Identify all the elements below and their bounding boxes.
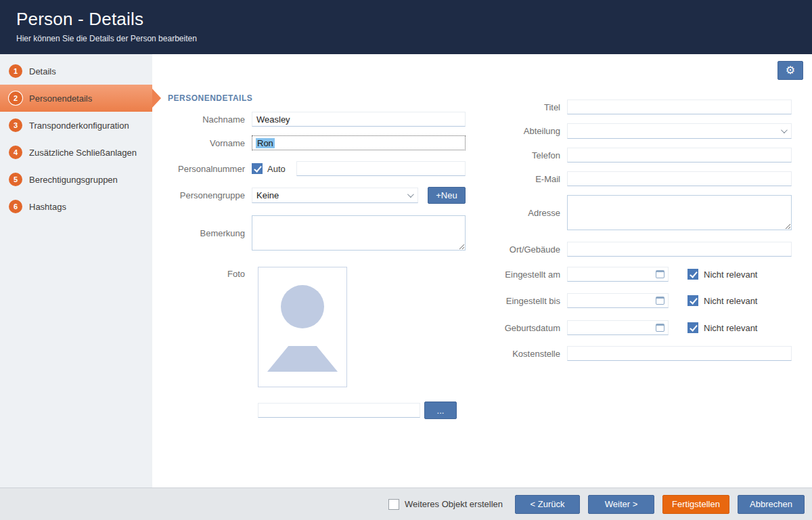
vorname-input[interactable]: Ron bbox=[252, 135, 466, 150]
email-label: E-Mail bbox=[469, 174, 560, 184]
ort-input[interactable] bbox=[567, 242, 792, 257]
step-number-badge: 5 bbox=[9, 173, 22, 186]
step-number-badge: 6 bbox=[9, 200, 22, 213]
zurueck-button[interactable]: < Zurück bbox=[515, 495, 580, 514]
sidebar-item-berechtigungsgruppen[interactable]: 5 Berechtigungsgruppen bbox=[0, 166, 152, 193]
vorname-row: Vorname Ron bbox=[152, 135, 466, 151]
kostenstelle-input[interactable] bbox=[567, 346, 792, 361]
fertigstellen-button[interactable]: Fertigstellen bbox=[662, 495, 729, 514]
titel-input[interactable] bbox=[567, 100, 792, 114]
personalnummer-row: Personalnummer Auto bbox=[152, 160, 466, 177]
app-window: Person - Details Hier können Sie die Det… bbox=[0, 0, 812, 520]
geburtsdatum-row: Geburtsdatum Nicht relevant bbox=[469, 320, 757, 336]
vorname-label: Vorname bbox=[152, 138, 245, 148]
eingestellt-bis-row: Eingestellt bis Nicht relevant bbox=[469, 292, 757, 309]
chevron-down-icon bbox=[781, 127, 788, 133]
email-input[interactable] bbox=[567, 171, 792, 186]
weiter-button[interactable]: Weiter > bbox=[588, 495, 654, 514]
step-label: Transponderkonfiguration bbox=[29, 121, 129, 131]
content-area: 1 Details 2 Personendetails 3 Transponde… bbox=[0, 54, 812, 488]
abteilung-row: Abteilung bbox=[469, 123, 792, 139]
abteilung-select[interactable] bbox=[567, 123, 792, 139]
weiteres-objekt-checkbox[interactable] bbox=[388, 499, 399, 510]
geburtsdatum-nicht-relevant-checkbox[interactable] bbox=[687, 322, 698, 333]
step-number-badge: 4 bbox=[9, 146, 22, 159]
bemerkung-row: Bemerkung bbox=[152, 215, 466, 251]
geburtsdatum-input[interactable] bbox=[567, 320, 669, 335]
vorname-selected-text: Ron bbox=[256, 138, 275, 148]
nicht-relevant-label: Nicht relevant bbox=[704, 296, 757, 306]
eingestellt-am-input[interactable] bbox=[567, 267, 669, 282]
auto-checkbox[interactable] bbox=[252, 163, 263, 174]
page-subtitle: Hier können Sie die Details der Person b… bbox=[16, 34, 812, 43]
weiteres-objekt-label: Weiteres Objekt erstellen bbox=[405, 499, 503, 509]
personengruppe-select[interactable]: Keine bbox=[252, 188, 418, 203]
settings-button[interactable]: ⚙ bbox=[777, 61, 803, 80]
foto-path-row: ... bbox=[152, 402, 457, 419]
personengruppe-row: Personengruppe Keine +Neu bbox=[152, 187, 466, 203]
calendar-icon[interactable] bbox=[656, 297, 664, 305]
telefon-input[interactable] bbox=[567, 148, 792, 162]
eingestellt-bis-nicht-relevant-checkbox[interactable] bbox=[687, 295, 698, 306]
titel-label: Titel bbox=[469, 102, 560, 112]
eingestellt-am-row: Eingestellt am Nicht relevant bbox=[469, 266, 757, 282]
geburtsdatum-label: Geburtsdatum bbox=[469, 323, 560, 333]
sidebar-item-hashtags[interactable]: 6 Hashtags bbox=[0, 193, 152, 220]
abteilung-label: Abteilung bbox=[469, 126, 560, 136]
person-silhouette-icon bbox=[281, 285, 324, 328]
telefon-label: Telefon bbox=[469, 150, 560, 160]
abbrechen-button[interactable]: Abbrechen bbox=[738, 495, 805, 514]
step-label: Hashtags bbox=[29, 202, 66, 212]
eingestellt-am-nicht-relevant-checkbox[interactable] bbox=[687, 269, 698, 280]
kostenstelle-row: Kostenstelle bbox=[469, 345, 792, 362]
personalnummer-field: Auto bbox=[252, 161, 466, 176]
personalnummer-label: Personalnummer bbox=[152, 164, 245, 174]
form-panel: PERSONENDETAILS ⚙ Nachname Vorname Ron P… bbox=[152, 54, 812, 488]
foto-row: Foto bbox=[152, 267, 347, 389]
sidebar-item-details[interactable]: 1 Details bbox=[0, 58, 152, 85]
bemerkung-label: Bemerkung bbox=[152, 228, 245, 238]
step-label: Zusätzliche Schließanlagen bbox=[29, 148, 137, 158]
chevron-down-icon bbox=[407, 191, 414, 198]
kostenstelle-label: Kostenstelle bbox=[469, 349, 560, 359]
gear-icon: ⚙ bbox=[786, 65, 795, 76]
neu-button[interactable]: +Neu bbox=[428, 187, 466, 204]
telefon-row: Telefon bbox=[469, 147, 792, 163]
page-title: Person - Details bbox=[16, 9, 812, 30]
nachname-row: Nachname bbox=[152, 111, 466, 127]
step-number-badge: 1 bbox=[9, 64, 22, 78]
eingestellt-am-label: Eingestellt am bbox=[469, 269, 560, 280]
nachname-label: Nachname bbox=[152, 114, 245, 125]
step-number-badge: 2 bbox=[9, 91, 22, 105]
ort-label: Ort/Gebäude bbox=[469, 244, 560, 255]
eingestellt-bis-input[interactable] bbox=[567, 293, 669, 308]
sidebar-item-personendetails[interactable]: 2 Personendetails bbox=[0, 85, 152, 112]
adresse-row: Adresse bbox=[469, 195, 792, 230]
auto-label: Auto bbox=[267, 164, 286, 174]
nachname-input[interactable] bbox=[252, 112, 466, 127]
sidebar-item-transponderkonfiguration[interactable]: 3 Transponderkonfiguration bbox=[0, 112, 152, 139]
calendar-icon[interactable] bbox=[656, 270, 664, 278]
step-number-badge: 3 bbox=[9, 118, 22, 132]
browse-button[interactable]: ... bbox=[424, 402, 457, 419]
weiteres-objekt-group: Weiteres Objekt erstellen bbox=[388, 499, 503, 510]
adresse-label: Adresse bbox=[469, 208, 560, 218]
eingestellt-bis-label: Eingestellt bis bbox=[469, 296, 560, 306]
bemerkung-textarea[interactable] bbox=[252, 215, 466, 251]
nicht-relevant-label: Nicht relevant bbox=[704, 269, 757, 280]
personalnummer-input[interactable] bbox=[296, 161, 466, 176]
photo-placeholder bbox=[258, 267, 347, 387]
step-label: Personendetails bbox=[29, 93, 92, 104]
step-label: Details bbox=[29, 66, 56, 77]
section-title: PERSONENDETAILS bbox=[168, 93, 252, 103]
foto-path-input[interactable] bbox=[258, 403, 420, 418]
foto-label: Foto bbox=[152, 267, 245, 279]
personengruppe-label: Personengruppe bbox=[152, 190, 245, 200]
sidebar-item-zusaetzliche-schliessanlagen[interactable]: 4 Zusätzliche Schließanlagen bbox=[0, 139, 152, 166]
step-label: Berechtigungsgruppen bbox=[29, 175, 118, 185]
calendar-icon[interactable] bbox=[656, 324, 664, 332]
personengruppe-value: Keine bbox=[256, 190, 279, 200]
adresse-textarea[interactable] bbox=[567, 195, 792, 230]
person-silhouette-icon bbox=[267, 346, 338, 372]
wizard-step-list: 1 Details 2 Personendetails 3 Transponde… bbox=[0, 54, 152, 488]
